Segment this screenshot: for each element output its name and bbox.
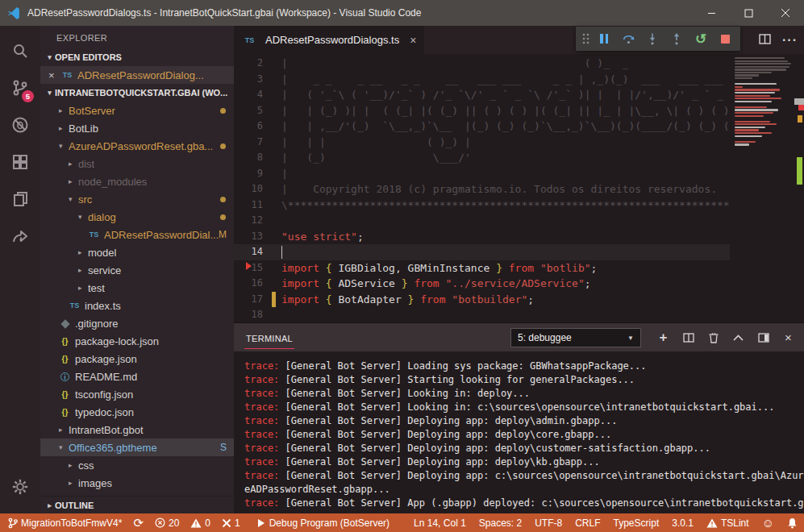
vscode-window: ADResetPasswordDialogs.ts - IntranetBotQ… xyxy=(0,0,804,532)
debug-icon[interactable] xyxy=(0,106,40,143)
tree-item-gitignore[interactable]: .gitignore xyxy=(40,314,234,332)
panel-header: TERMINAL 5: debuggee ▼ + xyxy=(234,323,804,351)
extensions-icon[interactable] xyxy=(0,143,40,181)
pause-icon[interactable] xyxy=(592,27,616,51)
open-editors-section-header[interactable]: ▾ OPEN EDITORS xyxy=(40,48,234,66)
code-token: import xyxy=(281,293,326,305)
tree-item-index-ts[interactable]: TSindex.ts xyxy=(40,297,234,314)
minimize-button[interactable] xyxy=(693,0,730,26)
tasks-item[interactable]: 1 xyxy=(222,517,240,529)
tree-item-azureadpasswordreset-gba[interactable]: ▾AzureADPasswordReset.gba... xyxy=(40,137,234,155)
terminal-text: [General Bot Server] App (.gbapp) deploy… xyxy=(279,497,803,509)
tree-item-botserver[interactable]: ▸BotServer xyxy=(40,102,234,119)
cursor-position-item[interactable]: Ln 14, Col 1 xyxy=(414,517,466,529)
maximize-button[interactable] xyxy=(730,0,767,26)
tree-item-label: BotServer xyxy=(69,105,115,117)
workspace-section-header[interactable]: ▾ INTRANETBOTQUICKSTART.GBAI (WO... xyxy=(40,84,234,102)
split-editor-icon[interactable] xyxy=(759,33,771,48)
chevron-down-icon: ▾ xyxy=(78,213,88,221)
tree-item-readme-md[interactable]: iREADME.md xyxy=(40,368,234,385)
split-terminal-icon[interactable] xyxy=(676,323,701,351)
terminal-tab[interactable]: TERMINAL xyxy=(244,326,294,349)
tree-item-tsconfig-json[interactable]: {}tsconfig.json xyxy=(40,385,234,403)
code-editor[interactable]: 2| ( )_ _3| _ _ _ __ _ _ __ ___ ___ _ _ … xyxy=(234,54,804,322)
kill-terminal-icon[interactable] xyxy=(701,323,726,351)
maximize-panel-icon[interactable] xyxy=(726,323,751,351)
errors-item[interactable]: 20 xyxy=(155,517,179,529)
tree-item-intranetbot-gbot[interactable]: ▸IntranetBot.gbot xyxy=(40,421,234,438)
more-actions-icon[interactable]: ··· xyxy=(782,33,798,48)
warnings-item[interactable]: 0 xyxy=(190,517,210,529)
tree-item-node-modules[interactable]: ▸node_modules xyxy=(40,172,234,190)
minimap[interactable] xyxy=(730,54,794,251)
step-out-icon[interactable] xyxy=(664,27,689,51)
tree-item-images[interactable]: ▸images xyxy=(40,474,234,492)
tslint-item[interactable]: TSLint xyxy=(706,517,749,529)
code-token: import xyxy=(281,277,326,289)
code-token: | | | ( )_) | xyxy=(281,136,471,148)
tree-item-package-json[interactable]: {}package.json xyxy=(40,350,234,368)
tree-item-service[interactable]: ▸service xyxy=(40,261,234,279)
code-text xyxy=(263,307,281,322)
move-panel-icon[interactable] xyxy=(751,323,776,351)
line-number: 10 xyxy=(234,181,263,197)
stop-icon[interactable] xyxy=(713,27,737,51)
source-control-icon[interactable]: 5 xyxy=(0,69,40,106)
tree-item-adresetpassworddial[interactable]: TSADResetPasswordDial...M xyxy=(40,226,234,243)
terminal-select[interactable]: 5: debuggee ▼ xyxy=(510,328,641,347)
tslint-label: TSLint xyxy=(721,517,749,529)
notifications-bell-icon[interactable] xyxy=(787,517,798,529)
git-branch-item[interactable]: MigrationToBotFmwV4* xyxy=(8,517,122,529)
documents-icon[interactable] xyxy=(0,181,40,218)
ts-version-item[interactable]: 3.0.1 xyxy=(672,517,694,529)
tree-item-label: IntranetBot.gbot xyxy=(69,424,144,436)
close-panel-icon[interactable]: × xyxy=(776,323,801,351)
tree-item-package-lock-json[interactable]: {}package-lock.json xyxy=(40,332,234,350)
encoding-item[interactable]: UTF-8 xyxy=(535,517,562,529)
new-terminal-icon[interactable]: + xyxy=(651,323,676,351)
panel-actions: + xyxy=(651,323,801,351)
tab-adresetpassworddialogs[interactable]: TS ADResetPasswordDialogs.ts × xyxy=(234,26,424,54)
code-line-17: 17import { BotAdapter } from "botbuilder… xyxy=(234,292,730,308)
close-button[interactable] xyxy=(767,0,804,26)
close-editor-icon[interactable]: × xyxy=(48,69,61,81)
drag-grip-icon[interactable] xyxy=(579,27,592,51)
tree-item-office365-gbtheme[interactable]: ▾Office365.gbthemeS xyxy=(40,438,234,456)
minimap-line xyxy=(735,141,756,143)
step-into-icon[interactable] xyxy=(640,27,664,51)
restart-icon[interactable]: ↺ xyxy=(689,27,713,51)
trace-prefix: trace: xyxy=(244,429,279,440)
tree-item-dist[interactable]: ▸dist xyxy=(40,155,234,172)
tree-item-label: ADResetPasswordDial... xyxy=(104,229,219,241)
minimap-line xyxy=(735,60,788,62)
search-icon[interactable] xyxy=(0,32,40,69)
tree-item-model[interactable]: ▸model xyxy=(40,243,234,261)
minimap-line xyxy=(735,74,759,76)
terminal-output[interactable]: trace: [General Bot Server] Loading sys … xyxy=(234,351,804,513)
outline-section-header[interactable]: ▸ OUTLINE xyxy=(40,496,234,513)
share-icon[interactable] xyxy=(0,218,40,255)
feedback-smiley-icon[interactable]: ☺ xyxy=(762,517,774,529)
debug-status-item[interactable]: Debug Program (BotServer) xyxy=(258,517,390,529)
debug-toolbar: ↺ xyxy=(576,27,740,51)
open-editor-item[interactable]: × TS ADResetPasswordDialog... M xyxy=(40,66,234,84)
tree-item-dialog[interactable]: ▾dialog xyxy=(40,208,234,226)
language-item[interactable]: TypeScript xyxy=(614,517,660,529)
code-token: | | (_) )| | ( (_| |( (_) || ( ) ( ) |( … xyxy=(281,105,730,117)
step-over-icon[interactable] xyxy=(616,27,640,51)
tree-item-botlib[interactable]: ▸BotLib xyxy=(40,119,234,137)
tree-item-typedoc-json[interactable]: {}typedoc.json xyxy=(40,403,234,421)
chevron-right-icon: ▸ xyxy=(44,501,55,509)
settings-gear-icon[interactable] xyxy=(0,468,40,505)
json-file-icon: {} xyxy=(59,390,71,399)
tree-item-css[interactable]: ▸css xyxy=(40,456,234,474)
tab-close-icon[interactable]: × xyxy=(410,34,416,47)
code-line-15: 15import { IGBDialog, GBMinInstance } fr… xyxy=(234,260,730,276)
overview-ruler[interactable] xyxy=(794,54,804,322)
tree-item-src[interactable]: ▾src xyxy=(40,190,234,208)
chevron-right-icon: ▸ xyxy=(69,160,78,168)
tree-item-test[interactable]: ▸test xyxy=(40,279,234,297)
indentation-item[interactable]: Spaces: 2 xyxy=(479,517,522,529)
eol-item[interactable]: CRLF xyxy=(575,517,600,529)
sync-item[interactable]: ⟳ xyxy=(133,517,144,529)
